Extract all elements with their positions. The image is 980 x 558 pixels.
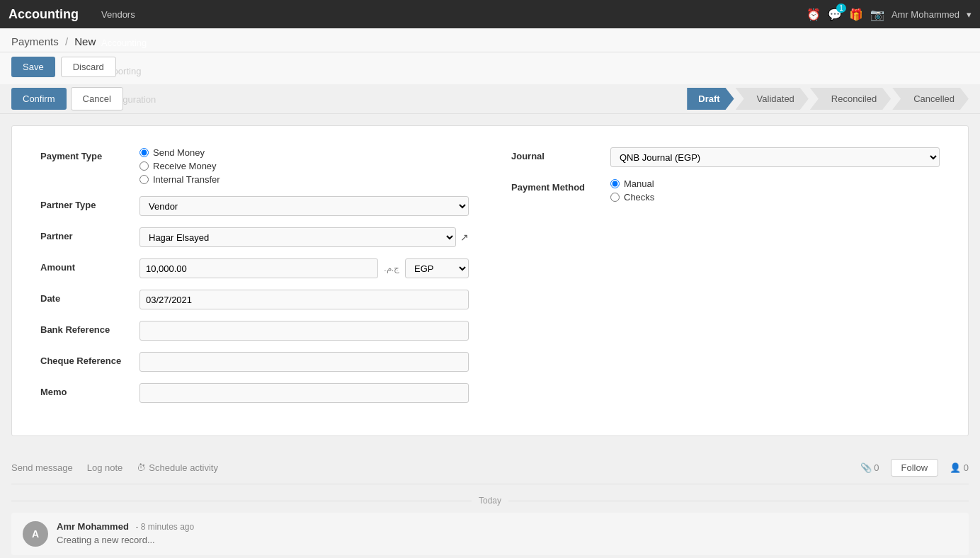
payment-type-radio-group: Send Money Receive Money Internal Transf… [139,147,469,185]
log-note-button[interactable]: Log note [87,462,123,473]
cheque-reference-control [139,352,469,372]
amount-label: Amount [40,258,139,273]
form-right-column: Journal QNB Journal (EGP) Payment Method [511,147,940,414]
payment-method-checks-radio[interactable] [610,193,620,202]
partner-type-select[interactable]: Vendor Customer [139,196,469,216]
attachment-icon: 📎 [860,462,872,473]
amount-row: ج.م.‏ EGP [139,258,469,278]
message-time: - 8 minutes ago [135,522,194,532]
chat-icon[interactable]: 💬 1 [828,8,842,21]
camera-icon[interactable]: 📷 [870,8,884,21]
status-step-validated[interactable]: Validated [736,88,809,110]
status-steps: DraftValidatedReconciledCancelled [685,88,969,110]
followers-icon: 👤 [950,462,961,473]
form-section: Payment Type Send Money Receive Money [40,147,940,414]
status-step-cancelled[interactable]: Cancelled [892,88,969,110]
memo-label: Memo [40,383,139,397]
payment-method-label: Payment Method [511,178,610,193]
payment-type-internal-radio[interactable] [139,175,149,184]
partner-input-row: Hagar Elsayed ↗ [139,227,469,247]
form-left-column: Payment Type Send Money Receive Money [40,147,469,414]
date-label: Date [40,290,139,304]
status-step-draft[interactable]: Draft [687,88,734,110]
cheque-reference-input[interactable] [139,352,469,372]
bank-reference-label: Bank Reference [40,321,139,335]
amount-group: Amount ج.م.‏ EGP [40,258,469,278]
bank-reference-input[interactable] [139,321,469,341]
chatter-actions: Send message Log note ⏱ Schedule activit… [11,459,969,484]
partner-external-link-icon[interactable]: ↗ [460,232,469,243]
cheque-reference-group: Cheque Reference [40,352,469,372]
gift-icon[interactable]: 🎁 [849,8,863,21]
currency-select[interactable]: EGP [405,258,469,278]
payment-method-manual-radio[interactable] [610,179,620,188]
breadcrumb-current: New [74,35,96,47]
clock-icon[interactable]: ⏰ [807,8,821,21]
payment-type-internal-transfer[interactable]: Internal Transfer [139,174,469,185]
chatter: Send message Log note ⏱ Schedule activit… [0,448,980,558]
payment-type-internal-label: Internal Transfer [153,174,220,185]
journal-control: QNB Journal (EGP) [610,147,940,167]
amount-input[interactable] [139,258,378,278]
bank-reference-control [139,321,469,341]
user-dropdown-icon[interactable]: ▾ [967,9,972,20]
payment-type-group: Payment Type Send Money Receive Money [40,147,469,185]
follower-area: 👤 0 [950,462,969,473]
payment-type-send-money[interactable]: Send Money [139,147,469,158]
top-navigation: Accounting DashboardOverviewCustomersVen… [0,0,980,28]
save-button[interactable]: Save [11,57,55,77]
form-card: Payment Type Send Money Receive Money [11,125,969,436]
payment-method-manual-label: Manual [624,178,654,189]
payment-type-options: Send Money Receive Money Internal Transf… [139,147,469,185]
payment-type-receive-label: Receive Money [153,161,217,171]
message-content: Amr Mohammed - 8 minutes ago Creating a … [57,521,194,547]
memo-input[interactable] [139,383,469,403]
discard-button[interactable]: Discard [61,57,116,77]
main-content: Payment Type Send Money Receive Money [0,114,980,448]
partner-label: Partner [40,227,139,241]
message-item: A Amr Mohammed - 8 minutes ago Creating … [11,513,969,555]
date-control [139,290,469,309]
partner-select[interactable]: Hagar Elsayed [139,227,456,247]
message-header: Amr Mohammed - 8 minutes ago [57,521,194,532]
attachment-area[interactable]: 📎 0 [860,462,879,473]
app-brand: Accounting [8,7,79,22]
payment-type-receive-money[interactable]: Receive Money [139,161,469,171]
message-author: Amr Mohammed [57,521,129,532]
payment-method-manual[interactable]: Manual [610,178,940,189]
partner-type-group: Partner Type Vendor Customer [40,196,469,216]
partner-type-label: Partner Type [40,196,139,210]
message-body: Creating a new record... [57,535,194,545]
payment-type-send-radio[interactable] [139,148,149,157]
nav-item-vendors[interactable]: Vendors [93,0,164,28]
journal-select[interactable]: QNB Journal (EGP) [610,147,940,167]
cancel-button[interactable]: Cancel [71,87,123,110]
payment-method-checks[interactable]: Checks [610,192,940,203]
breadcrumb-parent[interactable]: Payments [11,35,59,47]
amount-symbol: ج.م.‏ [381,258,402,278]
status-step-reconciled[interactable]: Reconciled [810,88,891,110]
send-message-button[interactable]: Send message [11,462,73,473]
cheque-reference-label: Cheque Reference [40,352,139,366]
user-name[interactable]: Amr Mohammed [891,9,959,20]
nav-item-accounting[interactable]: Accounting [93,28,164,57]
payment-type-receive-radio[interactable] [139,161,149,171]
date-group: Date [40,290,469,309]
confirm-button[interactable]: Confirm [11,88,67,110]
payment-method-checks-label: Checks [624,192,654,203]
today-divider: Today [11,496,969,506]
schedule-activity-button[interactable]: ⏱ Schedule activity [137,462,218,473]
attachment-count: 0 [874,462,879,473]
memo-group: Memo [40,383,469,403]
payment-type-label: Payment Type [40,147,139,161]
breadcrumb-separator: / [65,35,68,47]
payment-method-control: Manual Checks [610,178,940,203]
journal-group: Journal QNB Journal (EGP) [511,147,940,167]
date-input[interactable] [139,290,469,309]
partner-type-control: Vendor Customer [139,196,469,216]
payment-method-group: Payment Method Manual Checks [511,178,940,203]
memo-control [139,383,469,403]
follower-count: 0 [964,462,969,473]
chat-badge: 1 [836,4,846,13]
follow-button[interactable]: Follow [891,459,939,477]
